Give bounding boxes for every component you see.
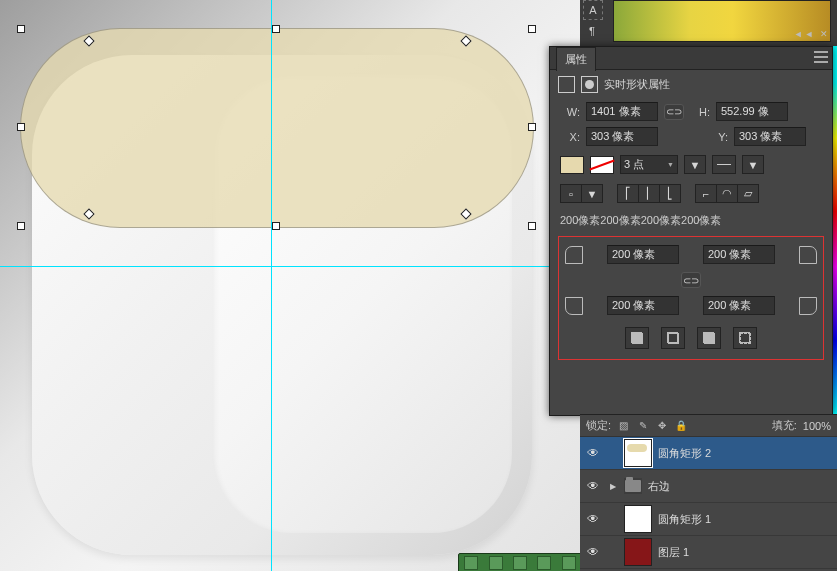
stroke-style-button[interactable]: [712, 155, 736, 174]
stroke-swatch[interactable]: [590, 156, 614, 174]
selection-handle[interactable]: [528, 222, 536, 230]
selection-handle[interactable]: [272, 222, 280, 230]
stroke-align-drop[interactable]: ▼: [581, 184, 603, 203]
x-field[interactable]: 303 像素: [586, 127, 658, 146]
layer-thumb[interactable]: [624, 538, 652, 566]
properties-panel: ◄◄ ✕ 属性 实时形状属性 W: 1401 像素 ⊂⊃ H: 552.99 像…: [549, 46, 833, 416]
panel-menu-icon[interactable]: [814, 51, 828, 63]
height-field[interactable]: 552.99 像: [716, 102, 788, 121]
corner-radius-section: 200 像素 200 像素 ⊂⊃ 200 像素 200 像素: [558, 236, 824, 360]
corner-summary: 200像素200像素200像素200像素: [550, 207, 832, 234]
cap-round[interactable]: ⎢: [638, 184, 659, 203]
visibility-toggle[interactable]: 👁: [584, 512, 602, 526]
label-y: Y:: [708, 131, 728, 143]
selection-handle[interactable]: [272, 25, 280, 33]
corner-br-field[interactable]: 200 像素: [703, 296, 775, 315]
fill-label: 填充:: [772, 418, 797, 433]
stroke-align-inside[interactable]: ▫: [560, 184, 581, 203]
corner-tr-field[interactable]: 200 像素: [703, 245, 775, 264]
join-group: ⌐ ◠ ▱: [695, 184, 759, 203]
corner-tl-field[interactable]: 200 像素: [607, 245, 679, 264]
bottom-tool-fragment: [458, 553, 580, 571]
fill-swatch[interactable]: [560, 156, 584, 174]
mask-icon: [581, 76, 598, 93]
layer-row[interactable]: 👁 ▶ 右边: [580, 470, 837, 503]
selection-handle[interactable]: [528, 123, 536, 131]
rounded-rect-2-shape[interactable]: [20, 28, 534, 228]
corner-br-icon[interactable]: [799, 297, 817, 315]
visibility-toggle[interactable]: 👁: [584, 545, 602, 559]
stroke-options-button[interactable]: ▼: [684, 155, 706, 174]
label-w: W:: [560, 106, 580, 118]
link-corners-icon[interactable]: ⊂⊃: [681, 272, 701, 288]
fill-value[interactable]: 100%: [803, 420, 831, 432]
visibility-toggle[interactable]: 👁: [584, 479, 602, 493]
visibility-toggle[interactable]: 👁: [584, 446, 602, 460]
lock-brush-icon[interactable]: ✎: [636, 419, 649, 432]
pathop-exclude[interactable]: [733, 327, 757, 349]
layers-panel: 锁定: ▨ ✎ ✥ 🔒 填充: 100% 👁 圆角矩形 2 👁 ▶ 右边 👁 圆…: [580, 414, 837, 571]
swatches-fragment: A ¶: [580, 0, 837, 47]
layer-row[interactable]: 👁 圆角矩形 1: [580, 503, 837, 536]
pathop-subtract[interactable]: [661, 327, 685, 349]
join-bevel[interactable]: ▱: [737, 184, 759, 203]
shape-bounds-icon: [558, 76, 575, 93]
pathop-unite[interactable]: [625, 327, 649, 349]
lock-label: 锁定:: [586, 418, 611, 433]
cap-butt[interactable]: ⎡: [617, 184, 638, 203]
layer-name[interactable]: 图层 1: [658, 545, 689, 560]
selection-handle[interactable]: [17, 222, 25, 230]
layer-name[interactable]: 圆角矩形 2: [658, 446, 711, 461]
lock-transparent-icon[interactable]: ▨: [617, 419, 630, 432]
layer-name[interactable]: 右边: [648, 479, 670, 494]
layer-thumb[interactable]: [624, 439, 652, 467]
pathop-intersect[interactable]: [697, 327, 721, 349]
stroke-style-drop[interactable]: ▼: [742, 155, 764, 174]
y-field[interactable]: 303 像素: [734, 127, 806, 146]
panel-tab-bar: 属性: [550, 47, 832, 70]
cap-square[interactable]: ⎣: [659, 184, 681, 203]
corner-tr-icon[interactable]: [799, 246, 817, 264]
corner-tl-icon[interactable]: [565, 246, 583, 264]
character-panel-icon[interactable]: A: [583, 0, 603, 20]
guide-horizontal[interactable]: [0, 266, 580, 267]
layers-lock-row: 锁定: ▨ ✎ ✥ 🔒 填充: 100%: [580, 415, 837, 437]
selection-handle[interactable]: [17, 25, 25, 33]
join-miter[interactable]: ⌐: [695, 184, 716, 203]
link-wh-icon[interactable]: ⊂⊃: [664, 104, 684, 120]
label-x: X:: [560, 131, 580, 143]
layer-name[interactable]: 圆角矩形 1: [658, 512, 711, 527]
layer-thumb[interactable]: [624, 505, 652, 533]
selection-handle[interactable]: [528, 25, 536, 33]
canvas[interactable]: [0, 0, 580, 571]
layer-row[interactable]: 👁 圆角矩形 2: [580, 437, 837, 470]
label-h: H:: [690, 106, 710, 118]
folder-icon[interactable]: [624, 478, 642, 494]
tab-properties[interactable]: 属性: [556, 47, 596, 71]
paragraph-panel-icon[interactable]: ¶: [583, 22, 601, 40]
cap-group: ⎡ ⎢ ⎣: [617, 184, 681, 203]
layer-row[interactable]: 👁 图层 1: [580, 536, 837, 569]
join-round[interactable]: ◠: [716, 184, 737, 203]
corner-bl-icon[interactable]: [565, 297, 583, 315]
lock-move-icon[interactable]: ✥: [655, 419, 668, 432]
width-field[interactable]: 1401 像素: [586, 102, 658, 121]
lock-all-icon[interactable]: 🔒: [674, 419, 687, 432]
selection-handle[interactable]: [17, 123, 25, 131]
expand-icon[interactable]: ▶: [608, 482, 618, 491]
panel-header: 实时形状属性: [550, 70, 832, 99]
panel-title: 实时形状属性: [604, 77, 670, 92]
stroke-width-field[interactable]: 3 点▼: [620, 155, 678, 174]
guide-vertical[interactable]: [271, 0, 272, 571]
panel-collapse-icon[interactable]: ◄◄ ✕: [794, 29, 830, 39]
stroke-align-group: ▫ ▼: [560, 184, 603, 203]
corner-bl-field[interactable]: 200 像素: [607, 296, 679, 315]
